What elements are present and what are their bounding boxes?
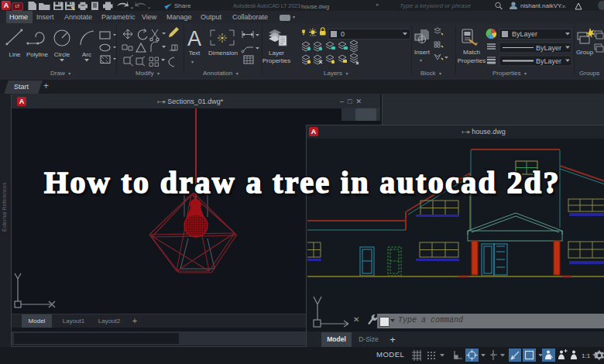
svg-text:A: A: [187, 27, 201, 50]
svg-text:ByLayer: ByLayer: [536, 57, 561, 65]
svg-text:0: 0: [341, 30, 345, 38]
svg-text:ByLayer: ByLayer: [512, 30, 537, 38]
svg-text:1:1: 1:1: [582, 352, 591, 359]
svg-text:ByLayer: ByLayer: [536, 44, 561, 52]
